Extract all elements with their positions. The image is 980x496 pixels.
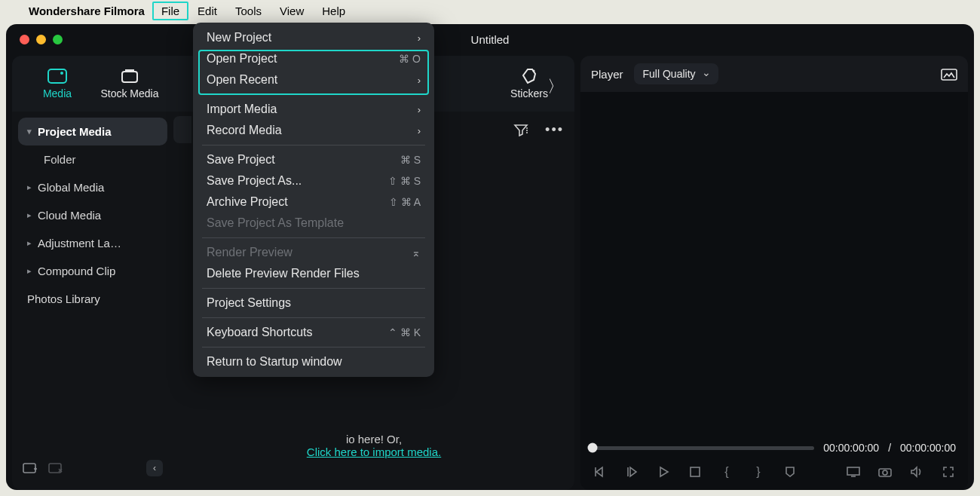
menu-item[interactable]: Open Recent› [193,69,434,90]
time-current: 00:00:00:00 [823,442,879,454]
window-controls [20,35,63,44]
fullscreen-icon[interactable] [941,464,956,479]
menu-item-label: New Project [207,31,271,44]
sidebar-item[interactable]: Folder [18,145,167,173]
menu-item[interactable]: Archive Project⇧ ⌘ A [193,191,434,213]
step-back-icon[interactable] [624,464,639,479]
menu-help[interactable]: Help [313,2,354,20]
quality-select[interactable]: Full Quality [634,63,718,84]
menu-separator [202,347,425,348]
menu-item-label: Archive Project [207,195,288,209]
app-window: Untitled Media Stock Media [6,24,974,490]
fullscreen-window-button[interactable] [53,35,63,44]
tab-label: Stock Media [100,87,158,100]
minimize-window-button[interactable] [36,35,46,44]
menu-item[interactable]: Return to Startup window [193,351,434,372]
menu-view[interactable]: View [271,2,313,20]
camera-icon[interactable] [877,464,893,479]
app-name[interactable]: Wondershare Filmora [21,5,152,17]
menu-tools[interactable]: Tools [226,2,271,20]
menu-item-label: Save Project As Template [207,216,344,230]
chevron-icon: ▸ [27,182,32,192]
volume-icon[interactable] [909,464,924,479]
menu-file[interactable]: File [152,2,188,20]
more-options-icon[interactable]: ••• [545,122,564,138]
menu-item[interactable]: Open Project⌘ O [193,48,434,69]
sidebar-item[interactable]: Photos Library [18,285,167,313]
tab-label: Media [43,87,72,100]
menu-item[interactable]: Keyboard Shortcuts⌃ ⌘ K [193,322,434,343]
player-controls: { } [580,458,968,490]
sidebar-item[interactable]: ▸Compound Clip [18,257,167,285]
delete-folder-icon[interactable] [48,461,63,475]
menu-shortcut: ⌘ S [400,154,421,166]
snapshot-icon[interactable] [941,67,957,81]
time-separator: / [888,442,891,454]
time-total: 00:00:00:00 [900,442,956,454]
svg-point-3 [533,70,535,72]
menu-separator [202,317,425,318]
menu-item[interactable]: Save Project⌘ S [193,149,434,170]
sidebar-item[interactable]: ▾Project Media [18,118,167,145]
media-icon [47,68,67,84]
mark-out-icon[interactable]: } [751,464,766,479]
search-input[interactable] [173,116,191,143]
menu-item[interactable]: Save Project As...⇧ ⌘ S [193,170,434,191]
svg-rect-2 [122,72,137,82]
menu-separator [202,237,425,238]
menu-item[interactable]: Project Settings [193,292,434,314]
mark-in-icon[interactable]: { [719,464,734,479]
playhead-slider[interactable] [593,446,814,450]
menu-item[interactable]: New Project› [193,27,434,48]
tab-label: Stickers [510,87,548,100]
menu-item-label: Keyboard Shortcuts [207,326,313,339]
menu-item-label: Record Media [207,124,282,137]
sidebar-item[interactable]: ▸Adjustment La… [18,229,167,257]
playhead-thumb[interactable] [588,443,598,453]
submenu-arrow-icon: › [418,32,421,44]
menu-item-label: Save Project [207,153,275,167]
menu-separator [202,94,425,95]
sidebar-item-label: Folder [44,153,76,166]
drop-hint: io here! Or, Click here to import media. [173,433,574,458]
chevron-icon: ▸ [27,266,32,276]
menu-item[interactable]: Delete Preview Render Files [193,263,434,284]
submenu-arrow-icon: › [418,75,421,86]
import-media-link[interactable]: Click here to import media. [307,445,441,458]
filter-icon[interactable] [513,123,528,136]
chevron-icon: ▸ [27,238,32,248]
window-title: Untitled [6,33,974,46]
sidebar-item-label: Cloud Media [38,209,101,222]
submenu-arrow-icon: › [418,104,421,115]
svg-rect-6 [942,69,957,80]
display-icon[interactable] [846,464,861,479]
new-folder-icon[interactable] [23,461,38,475]
sidebar-item-label: Adjustment La… [38,237,121,250]
menu-shortcut: ⇧ ⌘ S [388,175,421,187]
menu-shortcut: ⌘ O [399,53,421,65]
menu-item-label: Project Settings [207,296,291,310]
tabs-more-icon[interactable]: 〉 [547,75,564,98]
close-window-button[interactable] [20,35,29,44]
menu-item[interactable]: Import Media› [193,99,434,120]
stop-icon[interactable] [688,464,703,479]
menu-item[interactable]: Record Media› [193,120,434,141]
play-icon[interactable] [656,464,671,479]
prev-frame-icon[interactable] [593,464,608,479]
sidebar-item[interactable]: ▸Global Media [18,173,167,201]
menu-shortcut: ⌃ ⌘ K [388,326,421,338]
collapse-sidebar-button[interactable]: ‹ [146,460,163,476]
preview-area [580,92,968,437]
sidebar-item[interactable]: ▸Cloud Media [18,201,167,229]
tab-stock-media[interactable]: Stock Media [93,68,166,100]
marker-icon[interactable] [782,464,798,479]
menu-item: Save Project As Template [193,213,434,234]
menu-edit[interactable]: Edit [188,2,226,20]
media-sidebar: ▾Project MediaFolder▸Global Media▸Cloud … [12,112,173,490]
tab-media[interactable]: Media [21,68,93,100]
menu-shortcut: ⌅ [412,246,421,259]
player-label: Player [591,68,623,81]
menu-item-label: Return to Startup window [207,355,342,369]
menu-separator [202,288,425,289]
svg-rect-7 [691,467,700,476]
